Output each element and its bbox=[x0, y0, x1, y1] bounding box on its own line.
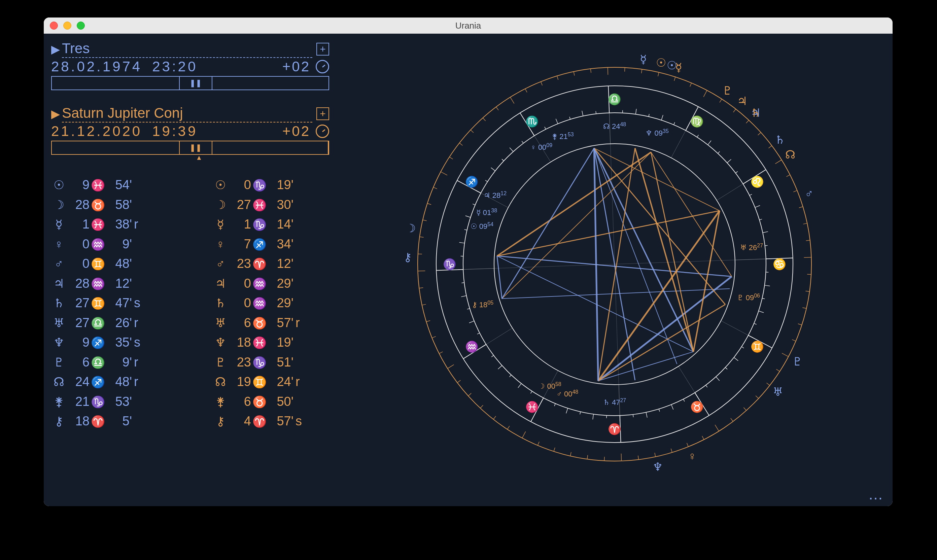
svg-line-98 bbox=[646, 412, 647, 418]
chart-datetime-transit[interactable]: 21.12.2020 19:39 +02 bbox=[51, 123, 329, 141]
planet-glyph: ♃ bbox=[51, 274, 67, 293]
disclosure-icon[interactable]: ▶ bbox=[51, 42, 60, 56]
svg-line-63 bbox=[596, 111, 596, 114]
svg-line-194 bbox=[497, 256, 502, 299]
sign-glyph: ♒ bbox=[251, 294, 268, 312]
degree: 27 bbox=[69, 313, 89, 333]
degree: 0 bbox=[69, 254, 89, 274]
svg-line-95 bbox=[683, 399, 685, 402]
app-content: ▶ Tres + 28.02.1974 23:20 +02 ❚❚ bbox=[44, 34, 892, 506]
pause-icon[interactable]: ❚❚ bbox=[180, 77, 212, 89]
retro-flag: r bbox=[134, 372, 145, 392]
svg-line-80 bbox=[763, 232, 768, 232]
svg-line-116 bbox=[422, 304, 426, 305]
position-row: ♂0♊48' bbox=[51, 254, 213, 274]
degree: 6 bbox=[230, 313, 251, 333]
add-icon[interactable]: + bbox=[316, 43, 329, 55]
svg-line-62 bbox=[582, 111, 583, 116]
svg-line-59 bbox=[545, 127, 546, 129]
minimize-icon[interactable] bbox=[63, 22, 71, 29]
degree: 27 bbox=[230, 195, 251, 215]
sign-glyph: ♐ bbox=[251, 235, 268, 253]
planet-glyph: ♄ bbox=[213, 294, 228, 312]
window-controls bbox=[50, 22, 85, 29]
planet-glyph: ☽ bbox=[51, 195, 67, 214]
tz-value: +02 bbox=[282, 58, 310, 75]
time-scrubber-natal[interactable]: ❚❚ bbox=[51, 76, 329, 90]
svg-line-60 bbox=[555, 119, 558, 124]
degree: 18 bbox=[230, 332, 251, 352]
svg-line-183 bbox=[598, 211, 720, 381]
minutes: 12' bbox=[268, 254, 294, 274]
svg-line-149 bbox=[786, 175, 790, 176]
degree: 21 bbox=[69, 392, 89, 412]
svg-line-161 bbox=[777, 369, 780, 372]
more-icon[interactable]: ... bbox=[869, 486, 883, 503]
degree: 0 bbox=[230, 293, 251, 313]
close-icon[interactable] bbox=[50, 22, 58, 29]
pause-icon[interactable]: ❚❚ bbox=[180, 142, 212, 154]
svg-line-135 bbox=[591, 69, 591, 73]
svg-line-74 bbox=[727, 159, 731, 163]
chart-name[interactable]: Tres bbox=[62, 40, 312, 58]
svg-line-105 bbox=[537, 442, 539, 445]
svg-line-130 bbox=[510, 97, 514, 104]
svg-line-187 bbox=[651, 152, 732, 276]
svg-line-132 bbox=[541, 82, 542, 86]
minutes: 48' bbox=[106, 372, 132, 392]
svg-line-156 bbox=[805, 291, 809, 292]
position-row: ☉0♑19' bbox=[213, 175, 307, 195]
svg-line-39 bbox=[491, 355, 493, 357]
time-scrubber-transit[interactable]: ❚❚ ▲ bbox=[51, 141, 329, 155]
position-row: ☿1♑14' bbox=[213, 214, 307, 234]
sign-glyph: ♓ bbox=[251, 196, 268, 214]
sign-glyph: ♎ bbox=[89, 314, 106, 332]
planet-glyph: ♅ bbox=[51, 314, 67, 332]
svg-line-186 bbox=[651, 152, 693, 352]
svg-line-45 bbox=[462, 283, 464, 283]
svg-line-91 bbox=[725, 368, 727, 369]
svg-line-167 bbox=[702, 436, 704, 440]
chart-wheel[interactable]: ♓♒♑♐♏♎♍♌♋♊♉♈☽⚷♂♇♅♆♄♃☉☿♀☊♄♃♇☉☿♀ 0009⚵ 215… bbox=[408, 57, 822, 471]
svg-line-84 bbox=[765, 285, 770, 286]
svg-line-113 bbox=[439, 352, 443, 353]
sign-glyph: ♊ bbox=[89, 294, 106, 312]
svg-line-127 bbox=[471, 130, 474, 132]
svg-line-143 bbox=[720, 99, 722, 102]
minutes: 35' bbox=[106, 332, 132, 352]
chart-datetime-natal[interactable]: 28.02.1974 23:20 +02 bbox=[51, 58, 329, 76]
svg-line-92 bbox=[716, 377, 720, 381]
degree: 7 bbox=[230, 234, 251, 254]
add-icon[interactable]: + bbox=[316, 107, 329, 120]
svg-line-101 bbox=[604, 457, 605, 461]
chart-card-transit: ▶ Saturn Jupiter Conj + 21.12.2020 19:39… bbox=[51, 105, 329, 155]
planet-glyph: ☿ bbox=[213, 215, 228, 234]
svg-line-97 bbox=[659, 409, 660, 412]
tz-value: +02 bbox=[282, 123, 310, 139]
clock-icon[interactable] bbox=[316, 60, 329, 73]
svg-line-93 bbox=[706, 385, 708, 387]
caret-up-icon: ▲ bbox=[195, 154, 202, 162]
svg-line-129 bbox=[496, 107, 499, 111]
sign-glyph: ♓ bbox=[89, 176, 106, 194]
position-row: ♅27♎26'r bbox=[51, 313, 213, 333]
svg-line-69 bbox=[674, 122, 675, 125]
svg-line-157 bbox=[802, 308, 806, 309]
svg-line-142 bbox=[703, 90, 707, 97]
positions-tables: ☉9♓54'☽28♉58'☿1♓38'r♀0♒9'♂0♊48'♃28♒12'♄2… bbox=[51, 175, 329, 431]
chart-name[interactable]: Saturn Jupiter Conj bbox=[62, 105, 312, 123]
degree: 1 bbox=[69, 214, 89, 234]
sign-glyph: ♊ bbox=[89, 255, 106, 272]
sign-glyph: ♓ bbox=[251, 334, 268, 351]
disclosure-icon[interactable]: ▶ bbox=[51, 107, 60, 120]
svg-line-36 bbox=[518, 384, 522, 388]
degree: 24 bbox=[69, 372, 89, 392]
degree: 0 bbox=[230, 175, 251, 195]
svg-line-82 bbox=[766, 259, 771, 259]
svg-line-85 bbox=[762, 298, 765, 299]
svg-line-108 bbox=[493, 416, 496, 419]
clock-icon[interactable] bbox=[316, 125, 329, 138]
svg-line-121 bbox=[423, 220, 427, 221]
zoom-icon[interactable] bbox=[77, 22, 85, 29]
svg-line-103 bbox=[570, 452, 571, 456]
